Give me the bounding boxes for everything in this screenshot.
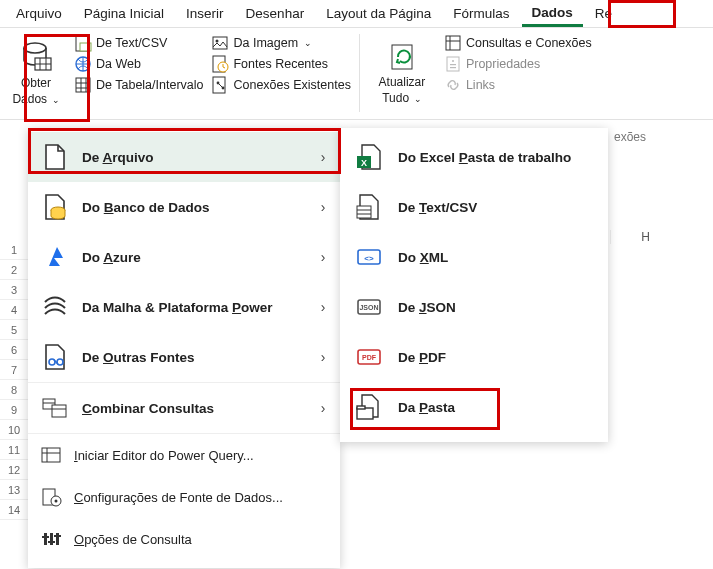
row-header[interactable]: 3 [0,280,28,300]
consultas-conexoes-button[interactable]: Consultas e Conexões [444,34,592,52]
submenu-de-text-csv[interactable]: De Text/CSV [340,182,608,232]
svg-rect-44 [50,533,53,545]
excel-file-icon: X [354,142,384,172]
globe-icon [74,55,92,73]
atualizar-label-1: Atualizar [379,75,426,89]
tab-inserir[interactable]: Inserir [176,2,234,25]
row-header[interactable]: 14 [0,500,28,520]
folder-file-icon [354,392,384,422]
ribbon-dados: Obter Dados ⌄ De Text/CSV Da Web De Tabe… [0,28,713,120]
chevron-down-icon: ⌄ [49,95,60,105]
submenu-de-pdf[interactable]: PDF De PDF [340,332,608,382]
chevron-down-icon: ⌄ [304,38,312,48]
recent-icon [211,55,229,73]
svg-rect-51 [357,206,371,218]
database-icon [19,40,53,74]
row-header[interactable]: 10 [0,420,28,440]
tab-pagina-inicial[interactable]: Página Inicial [74,2,174,25]
fontes-recentes-button[interactable]: Fontes Recentes [211,55,350,73]
row-header[interactable]: 8 [0,380,28,400]
row-header[interactable]: 11 [0,440,28,460]
menu-da-malha-power[interactable]: Da Malha & Plataforma Power › [28,282,340,332]
row-header[interactable]: 2 [0,260,28,280]
menu-combinar-consultas[interactable]: Combinar Consultas › [28,382,340,433]
svg-rect-43 [44,533,47,545]
tab-arquivo[interactable]: Arquivo [6,2,72,25]
row-header[interactable]: 5 [0,320,28,340]
chevron-right-icon: › [316,299,330,315]
row-header[interactable]: 12 [0,460,28,480]
submenu-do-excel-pasta[interactable]: X Do Excel Pasta de trabalho [340,132,608,182]
row-headers: 1 2 3 4 5 6 7 8 9 10 11 12 13 14 [0,240,28,520]
da-imagem-button[interactable]: Da Imagem ⌄ [211,34,350,52]
de-arquivo-submenu: X Do Excel Pasta de trabalho De Text/CSV… [340,128,608,442]
column-header[interactable]: H [610,230,680,244]
editor-icon [40,444,62,466]
xml-icon: <> [354,242,384,272]
tab-layout[interactable]: Layout da Página [316,2,441,25]
svg-rect-45 [56,533,59,545]
svg-rect-28 [450,67,456,68]
propriedades-button[interactable]: Propriedades [444,55,592,73]
ribbon-divider [359,34,360,112]
menu-do-banco-de-dados[interactable]: Do Banco de Dados › [28,182,340,232]
svg-rect-46 [42,536,49,538]
combine-icon [40,393,70,423]
chevron-right-icon: › [316,149,330,165]
menu-de-arquivo[interactable]: De Arquivo › [28,132,340,182]
menu-configuracoes-fonte-dados[interactable]: Configurações de Fonte de Dados... [28,476,340,518]
row-header[interactable]: 6 [0,340,28,360]
tab-formulas[interactable]: Fórmulas [443,2,519,25]
links-button[interactable]: Links [444,76,592,94]
svg-text:JSON: JSON [359,304,378,311]
tab-desenhar[interactable]: Desenhar [236,2,315,25]
menu-do-azure[interactable]: Do Azure › [28,232,340,282]
menu-de-outras-fontes[interactable]: De Outras Fontes › [28,332,340,382]
options-icon [40,528,62,550]
queries-icon [444,34,462,52]
atualizar-label-2: Tudo [382,91,409,105]
menu-iniciar-editor-power-query[interactable]: Iniciar Editor do Power Query... [28,433,340,476]
conexoes-existentes-button[interactable]: Conexões Existentes [211,76,350,94]
table-icon [74,76,92,94]
da-web-button[interactable]: Da Web [74,55,203,73]
de-text-csv-button[interactable]: De Text/CSV [74,34,203,52]
svg-rect-13 [213,37,227,49]
file-icon [40,142,70,172]
submenu-de-json[interactable]: JSON De JSON [340,282,608,332]
submenu-da-pasta[interactable]: Da Pasta [340,382,608,432]
svg-point-14 [216,40,219,43]
obter-dados-button[interactable]: Obter Dados ⌄ [6,34,66,112]
svg-rect-48 [54,535,61,537]
svg-rect-22 [446,36,460,50]
row-header[interactable]: 4 [0,300,28,320]
atualizar-tudo-button[interactable]: Atualizar Tudo ⌄ [368,34,436,112]
connections-icon [211,76,229,94]
svg-text:X: X [361,158,367,168]
row-header[interactable]: 7 [0,360,28,380]
submenu-do-xml[interactable]: <> Do XML [340,232,608,282]
row-header[interactable]: 1 [0,240,28,260]
svg-point-26 [452,60,454,62]
menu-opcoes-consulta[interactable]: Opções de Consulta [28,518,340,560]
svg-text:PDF: PDF [362,354,377,361]
chevron-right-icon: › [316,199,330,215]
row-header[interactable]: 9 [0,400,28,420]
text-csv-icon [354,192,384,222]
azure-icon [40,242,70,272]
svg-rect-61 [357,406,365,409]
pdf-icon: PDF [354,342,384,372]
tab-revisao-clipped[interactable]: Re [585,2,622,25]
tab-dados[interactable]: Dados [522,1,583,27]
column-headers: H [610,230,713,244]
properties-icon [444,55,462,73]
svg-rect-37 [42,448,60,462]
row-header[interactable]: 13 [0,480,28,500]
chevron-right-icon: › [316,400,330,416]
refresh-icon [386,41,418,73]
svg-point-0 [24,43,46,53]
chevron-right-icon: › [316,349,330,365]
chevron-right-icon: › [316,249,330,265]
svg-rect-8 [76,78,90,92]
de-tabela-intervalo-button[interactable]: De Tabela/Intervalo [74,76,203,94]
